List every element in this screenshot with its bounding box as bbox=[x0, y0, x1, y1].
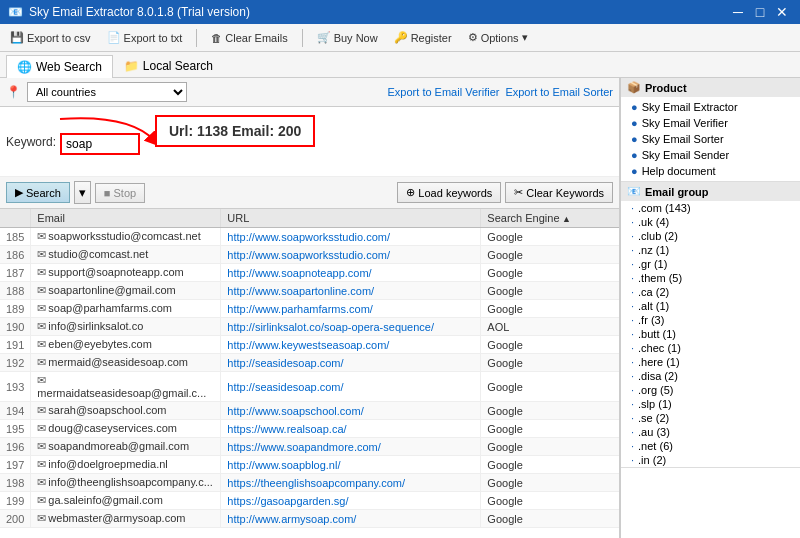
email-group-item[interactable]: ·.org (5) bbox=[621, 383, 800, 397]
export-verifier-link[interactable]: Export to Email Verifier bbox=[388, 86, 500, 98]
table-row[interactable]: 188 ✉soapartonline@gmail.com http://www.… bbox=[0, 282, 619, 300]
engine-cell: Google bbox=[481, 336, 619, 354]
url-cell: http://www.soapblog.nl/ bbox=[221, 456, 481, 474]
group-icon: 📧 bbox=[627, 185, 641, 198]
product-item[interactable]: ●Sky Email Sender bbox=[621, 147, 800, 163]
email-group-item[interactable]: ·.chec (1) bbox=[621, 341, 800, 355]
country-select[interactable]: All countries bbox=[27, 82, 187, 102]
url-link[interactable]: http://www.soapnoteapp.com/ bbox=[227, 267, 371, 279]
buy-now-button[interactable]: 🛒 Buy Now bbox=[313, 29, 382, 46]
url-link[interactable]: https://gasoapgarden.sg/ bbox=[227, 495, 348, 507]
email-group-item[interactable]: ·.disa (2) bbox=[621, 369, 800, 383]
keyword-label: Keyword: bbox=[6, 135, 56, 149]
export-csv-button[interactable]: 💾 Export to csv bbox=[6, 29, 95, 46]
email-group-item[interactable]: ·.com (143) bbox=[621, 201, 800, 215]
export-sorter-link[interactable]: Export to Email Sorter bbox=[505, 86, 613, 98]
table-row[interactable]: 191 ✉eben@eyebytes.com http://www.keywes… bbox=[0, 336, 619, 354]
table-row[interactable]: 190 ✉info@sirlinksalot.co http://sirlink… bbox=[0, 318, 619, 336]
url-link[interactable]: http://sirlinksalot.co/soap-opera-sequen… bbox=[227, 321, 434, 333]
tab-local-search[interactable]: 📁 Local Search bbox=[113, 54, 224, 77]
email-group-item[interactable]: ·.club (2) bbox=[621, 229, 800, 243]
email-group-header: 📧 Email group bbox=[621, 182, 800, 201]
export-txt-button[interactable]: 📄 Export to txt bbox=[103, 29, 187, 46]
email-group-item[interactable]: ·.au (3) bbox=[621, 425, 800, 439]
keyword-row: Keyword: Url: 1138 Email: 200 bbox=[0, 107, 619, 177]
group-item-label: .fr (3) bbox=[638, 314, 664, 326]
product-item[interactable]: ●Sky Email Extractor bbox=[621, 99, 800, 115]
tab-web-search[interactable]: 🌐 Web Search bbox=[6, 55, 113, 78]
table-row[interactable]: 194 ✉sarah@soapschool.com http://www.soa… bbox=[0, 402, 619, 420]
email-group-item[interactable]: ·.alt (1) bbox=[621, 299, 800, 313]
url-link[interactable]: https://theenglishsoapcompany.com/ bbox=[227, 477, 405, 489]
col-engine[interactable]: Search Engine bbox=[481, 209, 619, 228]
url-link[interactable]: http://www.soapworksstudio.com/ bbox=[227, 231, 390, 243]
table-row[interactable]: 195 ✉doug@caseyservices.com https://www.… bbox=[0, 420, 619, 438]
product-item-label: Sky Email Extractor bbox=[642, 101, 738, 113]
email-group-item[interactable]: ·.slp (1) bbox=[621, 397, 800, 411]
table-row[interactable]: 192 ✉mermaid@seasidesoap.com http://seas… bbox=[0, 354, 619, 372]
url-link[interactable]: http://www.armysoap.com/ bbox=[227, 513, 356, 525]
table-row[interactable]: 197 ✉info@doelgroepmedia.nl http://www.s… bbox=[0, 456, 619, 474]
url-link[interactable]: http://www.soapschool.com/ bbox=[227, 405, 363, 417]
search-dropdown-button[interactable]: ▾ bbox=[74, 181, 91, 204]
email-group-item[interactable]: ·.net (6) bbox=[621, 439, 800, 453]
email-icon: ✉ bbox=[37, 302, 46, 314]
stop-button[interactable]: ■ Stop bbox=[95, 183, 145, 203]
close-button[interactable]: ✕ bbox=[772, 3, 792, 21]
email-cell: ✉soapartonline@gmail.com bbox=[31, 282, 221, 300]
table-row[interactable]: 193 ✉mermaidatseasidesoap@gmail.c... htt… bbox=[0, 372, 619, 402]
url-link[interactable]: http://www.soapblog.nl/ bbox=[227, 459, 340, 471]
search-button[interactable]: ▶ Search bbox=[6, 182, 70, 203]
email-group-item[interactable]: ·.nz (1) bbox=[621, 243, 800, 257]
url-cell: http://www.soapnoteapp.com/ bbox=[221, 264, 481, 282]
table-row[interactable]: 186 ✉studio@comcast.net http://www.soapw… bbox=[0, 246, 619, 264]
email-group-item[interactable]: ·.se (2) bbox=[621, 411, 800, 425]
product-item[interactable]: ●Sky Email Verifier bbox=[621, 115, 800, 131]
col-url[interactable]: URL bbox=[221, 209, 481, 228]
maximize-button[interactable]: □ bbox=[750, 3, 770, 21]
url-link[interactable]: http://www.parhamfarms.com/ bbox=[227, 303, 373, 315]
options-button[interactable]: ⚙ Options ▾ bbox=[464, 29, 532, 46]
url-link[interactable]: http://www.soapworksstudio.com/ bbox=[227, 249, 390, 261]
load-keywords-button[interactable]: ⊕ Load keywords bbox=[397, 182, 501, 203]
url-link[interactable]: https://www.soapandmore.com/ bbox=[227, 441, 380, 453]
url-link[interactable]: http://seasidesoap.com/ bbox=[227, 381, 343, 393]
clear-emails-button[interactable]: 🗑 Clear Emails bbox=[207, 30, 291, 46]
email-group-item[interactable]: ·.butt (1) bbox=[621, 327, 800, 341]
email-icon: ✉ bbox=[37, 374, 46, 386]
bullet-icon: ● bbox=[631, 101, 638, 113]
table-row[interactable]: 200 ✉webmaster@armysoap.com http://www.a… bbox=[0, 510, 619, 528]
clear-keywords-button[interactable]: ✂ Clear Keywords bbox=[505, 182, 613, 203]
engine-cell: Google bbox=[481, 438, 619, 456]
email-group-item[interactable]: ·.fr (3) bbox=[621, 313, 800, 327]
table-row[interactable]: 198 ✉info@theenglishsoapcompany.c... htt… bbox=[0, 474, 619, 492]
url-link[interactable]: http://www.soapartonline.com/ bbox=[227, 285, 374, 297]
email-group-item[interactable]: ·.ca (2) bbox=[621, 285, 800, 299]
product-item[interactable]: ●Sky Email Sorter bbox=[621, 131, 800, 147]
url-link[interactable]: http://www.keywestseasoap.com/ bbox=[227, 339, 389, 351]
register-button[interactable]: 🔑 Register bbox=[390, 29, 456, 46]
email-cell: ✉info@sirlinksalot.co bbox=[31, 318, 221, 336]
table-row[interactable]: 199 ✉ga.saleinfo@gmail.com https://gasoa… bbox=[0, 492, 619, 510]
keyword-input[interactable] bbox=[60, 133, 140, 155]
table-row[interactable]: 189 ✉soap@parhamfarms.com http://www.par… bbox=[0, 300, 619, 318]
email-group-item[interactable]: ·.in (2) bbox=[621, 453, 800, 467]
table-row[interactable]: 196 ✉soapandmoreab@gmail.com https://www… bbox=[0, 438, 619, 456]
email-icon: ✉ bbox=[37, 422, 46, 434]
group-item-label: .butt (1) bbox=[638, 328, 676, 340]
col-num[interactable] bbox=[0, 209, 31, 228]
email-group-item[interactable]: ·.gr (1) bbox=[621, 257, 800, 271]
url-link[interactable]: http://seasidesoap.com/ bbox=[227, 357, 343, 369]
product-item[interactable]: ●Help document bbox=[621, 163, 800, 179]
col-email[interactable]: Email bbox=[31, 209, 221, 228]
minimize-button[interactable]: ─ bbox=[728, 3, 748, 21]
table-row[interactable]: 185 ✉soapworksstudio@comcast.net http://… bbox=[0, 228, 619, 246]
results-table-container[interactable]: Email URL Search Engine 185 ✉soapworksst… bbox=[0, 209, 619, 538]
email-group-item[interactable]: ·.them (5) bbox=[621, 271, 800, 285]
email-group-item[interactable]: ·.uk (4) bbox=[621, 215, 800, 229]
email-group-item[interactable]: ·.here (1) bbox=[621, 355, 800, 369]
group-items: ·.com (143)·.uk (4)·.club (2)·.nz (1)·.g… bbox=[621, 201, 800, 467]
product-item-label: Sky Email Sender bbox=[642, 149, 729, 161]
table-row[interactable]: 187 ✉support@soapnoteapp.com http://www.… bbox=[0, 264, 619, 282]
url-link[interactable]: https://www.realsoap.ca/ bbox=[227, 423, 346, 435]
